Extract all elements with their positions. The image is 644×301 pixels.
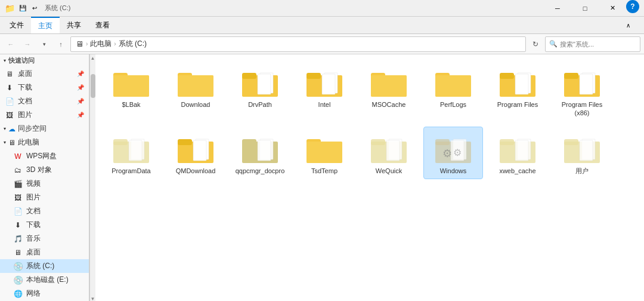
folder-icon-7 — [563, 64, 601, 98]
breadcrumb-this-pc[interactable]: 此电脑 — [90, 39, 112, 49]
svg-rect-58 — [564, 139, 578, 145]
sidebar-item-download-pinned[interactable]: ⬇ 下载 📌 — [0, 81, 89, 94]
title-undo-btn[interactable]: ↩ — [29, 3, 40, 14]
folder-name: PerfLogs — [440, 100, 466, 109]
back-button[interactable]: ← — [4, 37, 18, 51]
ribbon-collapse-btn[interactable]: ∧ — [614, 17, 642, 33]
sidebar-onedrive-header[interactable]: ▾ ☁ 同步空间 — [0, 122, 89, 136]
minimize-button[interactable]: ─ — [544, 0, 571, 17]
folder-name: xweb_cache — [499, 167, 535, 175]
folder-item[interactable]: $LBak — [101, 60, 161, 122]
svg-rect-48 — [435, 139, 450, 145]
thispc-icon: 🖥 — [8, 139, 16, 147]
tab-file[interactable]: 文件 — [2, 17, 31, 33]
sidebar-item-network[interactable]: 🌐 网络 — [0, 287, 89, 300]
search-input[interactable] — [560, 41, 631, 48]
svg-rect-13 — [322, 74, 335, 94]
folder-icon-0 — [112, 64, 150, 98]
folder-item[interactable]: PerfLogs — [423, 60, 483, 122]
svg-rect-7 — [242, 73, 256, 79]
svg-rect-44 — [371, 139, 385, 145]
sidebar-item-desktop-pinned[interactable]: 🖥 桌面 📌 — [0, 67, 89, 81]
sidebar-thispc-header[interactable]: ▾ 🖥 此电脑 — [0, 136, 89, 149]
folder-name: DrvPath — [248, 100, 272, 109]
folder-item[interactable]: ProgramData — [101, 127, 161, 179]
folder-item[interactable]: DrvPath — [230, 60, 290, 122]
tab-home[interactable]: 主页 — [31, 17, 60, 33]
breadcrumb-current[interactable]: 系统 (C:) — [119, 39, 147, 49]
folder-name: Download — [181, 100, 210, 109]
sidebar-quick-access-header[interactable]: ▾ 快速访问 — [0, 54, 89, 67]
sidebar-item-dl[interactable]: ⬇ 下载 — [0, 218, 89, 232]
folder-item[interactable]: Intel — [295, 60, 354, 122]
title-bar: 📁 💾 ↩ 系统 (C:) ─ □ ✕ ? — [0, 0, 644, 17]
thispc-arrow: ▾ — [4, 140, 6, 145]
folder-icon-11 — [305, 131, 343, 164]
pin-icon: 📌 — [77, 112, 84, 118]
svg-rect-54 — [500, 139, 514, 145]
title-save-btn[interactable]: 💾 — [17, 3, 28, 14]
svg-rect-23 — [515, 74, 528, 94]
folder-item[interactable]: ⚙ ⚙ Windows — [423, 127, 483, 179]
sidebar-item-desk[interactable]: 🖥 桌面 — [0, 245, 89, 259]
wps-icon: W — [13, 152, 23, 161]
folder-item[interactable]: qqpcmgr_docpro — [230, 127, 290, 179]
up-button[interactable]: ↑ — [54, 37, 68, 51]
file-area: $LBak Download DrvP — [95, 54, 644, 301]
forward-button[interactable]: → — [20, 37, 35, 51]
svg-rect-11 — [306, 73, 321, 79]
video-icon: 🎬 — [13, 179, 23, 189]
pin-icon: 📌 — [77, 70, 84, 77]
sidebar-item-doc[interactable]: 📄 文档 — [0, 204, 89, 218]
folder-name: QMDownload — [176, 167, 216, 175]
title-path: 系统 (C:) — [45, 4, 70, 13]
title-actions: 💾 ↩ — [17, 3, 40, 14]
sidebar-label: 3D 对象 — [26, 165, 52, 175]
search-box[interactable]: 🔍 — [545, 36, 640, 52]
sidebar-item-wps[interactable]: W WPS网盘 — [0, 149, 89, 163]
download-icon: ⬇ — [5, 83, 14, 93]
dl-icon: ⬇ — [13, 220, 23, 230]
svg-rect-5 — [178, 75, 213, 97]
desk-icon: 🖥 — [13, 248, 23, 257]
sidebar-item-music[interactable]: 🎵 音乐 — [0, 232, 89, 245]
address-path[interactable]: 🖥 › 此电脑 › 系统 (C:) — [70, 36, 526, 52]
explorer-icon: 📁 — [5, 4, 15, 13]
sidebar-label: 图片 — [18, 110, 32, 120]
folder-item[interactable]: Download — [166, 60, 225, 122]
folder-icon-6 — [499, 64, 537, 98]
sidebar-item-video[interactable]: 🎬 视频 — [0, 177, 89, 191]
scroll-thumb[interactable] — [91, 74, 95, 98]
folder-item[interactable]: xweb_cache — [488, 127, 547, 179]
breadcrumb: 🖥 › 此电脑 › 系统 (C:) — [76, 39, 147, 49]
sidebar-item-pics-pinned[interactable]: 🖼 图片 📌 — [0, 108, 89, 122]
sidebar-item-pic[interactable]: 🖼 图片 — [0, 191, 89, 204]
refresh-button[interactable]: ↻ — [528, 37, 543, 51]
folder-item[interactable]: QMDownload — [166, 127, 225, 179]
tab-view[interactable]: 查看 — [88, 17, 117, 33]
folder-icon-13: ⚙ ⚙ — [434, 131, 472, 164]
maximize-button[interactable]: □ — [571, 0, 599, 17]
sidebar-scrollbar[interactable]: ▲ ▼ — [89, 54, 95, 301]
help-button[interactable]: ? — [626, 0, 639, 13]
sidebar-item-e-drive[interactable]: 💿 本地磁盘 (E:) — [0, 273, 89, 287]
sidebar-item-docs-pinned[interactable]: 📄 文档 📌 — [0, 94, 89, 108]
folder-item[interactable]: Program Files (x86) — [552, 60, 612, 122]
sidebar-item-c-drive[interactable]: 💿 系统 (C:) — [0, 259, 89, 273]
window-controls: ─ □ ✕ ? — [544, 0, 639, 17]
sidebar-item-3d[interactable]: 🗂 3D 对象 — [0, 163, 89, 177]
folder-item[interactable]: Program Files — [488, 60, 547, 122]
folder-item[interactable]: WeQuick — [359, 127, 419, 179]
folder-item[interactable]: 用户 — [552, 127, 612, 179]
drive-e-icon: 💿 — [13, 275, 23, 285]
folder-icon-10 — [241, 131, 279, 164]
svg-rect-33 — [178, 139, 192, 145]
svg-text:⚙: ⚙ — [453, 148, 462, 158]
sidebar-label: 下载 — [18, 82, 32, 93]
folder-item[interactable]: MSOCache — [359, 60, 419, 122]
dropdown-button[interactable]: ▾ — [37, 37, 51, 51]
folder-item[interactable]: TsdTemp — [295, 127, 354, 179]
close-button[interactable]: ✕ — [599, 0, 626, 17]
svg-rect-2 — [113, 75, 149, 97]
tab-share[interactable]: 共享 — [60, 17, 88, 33]
